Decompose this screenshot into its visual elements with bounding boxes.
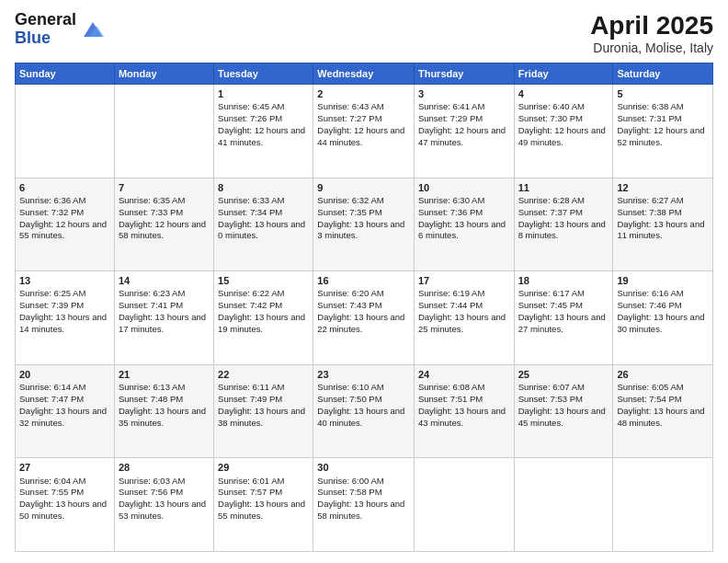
day-number: 23 — [317, 368, 410, 381]
calendar-subtitle: Duronia, Molise, Italy — [590, 40, 713, 55]
day-info: Sunrise: 6:36 AMSunset: 7:32 PMDaylight:… — [19, 195, 110, 242]
day-info: Sunrise: 6:07 AMSunset: 7:53 PMDaylight:… — [518, 382, 609, 429]
calendar-cell-3-3: 15Sunrise: 6:22 AMSunset: 7:42 PMDayligh… — [214, 271, 313, 365]
day-info: Sunrise: 6:25 AMSunset: 7:39 PMDaylight:… — [19, 288, 110, 335]
day-info: Sunrise: 6:33 AMSunset: 7:34 PMDaylight:… — [218, 195, 309, 242]
day-info: Sunrise: 6:45 AMSunset: 7:26 PMDaylight:… — [218, 101, 309, 148]
calendar-cell-2-3: 8Sunrise: 6:33 AMSunset: 7:34 PMDaylight… — [214, 178, 313, 271]
calendar-cell-4-2: 21Sunrise: 6:13 AMSunset: 7:48 PMDayligh… — [114, 364, 213, 458]
calendar-cell-3-5: 17Sunrise: 6:19 AMSunset: 7:44 PMDayligh… — [414, 271, 514, 365]
day-number: 27 — [19, 461, 110, 474]
day-info: Sunrise: 6:11 AMSunset: 7:49 PMDaylight:… — [218, 382, 309, 429]
calendar-cell-1-1 — [16, 85, 115, 178]
day-number: 21 — [119, 368, 210, 381]
day-info: Sunrise: 6:13 AMSunset: 7:48 PMDaylight:… — [119, 382, 210, 429]
day-number: 10 — [418, 181, 510, 194]
logo-blue: Blue — [15, 29, 76, 48]
calendar-cell-1-3: 1Sunrise: 6:45 AMSunset: 7:26 PMDaylight… — [214, 85, 313, 178]
calendar-cell-1-7: 5Sunrise: 6:38 AMSunset: 7:31 PMDaylight… — [613, 85, 713, 178]
weekday-header-sunday: Sunday — [16, 63, 115, 85]
calendar-cell-1-6: 4Sunrise: 6:40 AMSunset: 7:30 PMDaylight… — [514, 85, 613, 178]
day-info: Sunrise: 6:22 AMSunset: 7:42 PMDaylight:… — [218, 288, 309, 335]
day-number: 29 — [218, 461, 309, 474]
day-number: 11 — [518, 181, 609, 194]
logo-text: General Blue — [15, 11, 76, 48]
day-info: Sunrise: 6:40 AMSunset: 7:30 PMDaylight:… — [518, 101, 609, 148]
calendar-cell-3-6: 18Sunrise: 6:17 AMSunset: 7:45 PMDayligh… — [514, 271, 613, 365]
day-number: 24 — [418, 368, 510, 381]
day-info: Sunrise: 6:14 AMSunset: 7:47 PMDaylight:… — [19, 382, 110, 429]
day-info: Sunrise: 6:43 AMSunset: 7:27 PMDaylight:… — [317, 101, 410, 148]
calendar-cell-4-1: 20Sunrise: 6:14 AMSunset: 7:47 PMDayligh… — [16, 364, 115, 458]
calendar-cell-5-7 — [613, 458, 713, 552]
calendar-cell-2-2: 7Sunrise: 6:35 AMSunset: 7:33 PMDaylight… — [114, 178, 213, 271]
day-number: 15 — [218, 274, 309, 287]
weekday-header-tuesday: Tuesday — [214, 63, 313, 85]
day-number: 30 — [317, 461, 410, 474]
calendar-cell-2-4: 9Sunrise: 6:32 AMSunset: 7:35 PMDaylight… — [313, 178, 415, 271]
day-info: Sunrise: 6:00 AMSunset: 7:58 PMDaylight:… — [317, 476, 410, 523]
day-number: 18 — [518, 274, 609, 287]
calendar-cell-2-6: 11Sunrise: 6:28 AMSunset: 7:37 PMDayligh… — [514, 178, 613, 271]
weekday-header-wednesday: Wednesday — [313, 63, 415, 85]
day-number: 19 — [617, 274, 709, 287]
title-block: April 2025 Duronia, Molise, Italy — [590, 11, 713, 55]
week-row-5: 27Sunrise: 6:04 AMSunset: 7:55 PMDayligh… — [16, 458, 713, 552]
weekday-header-thursday: Thursday — [414, 63, 514, 85]
day-number: 22 — [218, 368, 309, 381]
calendar-cell-4-4: 23Sunrise: 6:10 AMSunset: 7:50 PMDayligh… — [313, 364, 415, 458]
logo: General Blue — [15, 11, 106, 48]
logo-general: General — [15, 11, 76, 29]
week-row-1: 1Sunrise: 6:45 AMSunset: 7:26 PMDaylight… — [16, 85, 713, 178]
day-info: Sunrise: 6:05 AMSunset: 7:54 PMDaylight:… — [617, 382, 709, 429]
day-info: Sunrise: 6:38 AMSunset: 7:31 PMDaylight:… — [617, 101, 709, 148]
calendar-cell-4-6: 25Sunrise: 6:07 AMSunset: 7:53 PMDayligh… — [514, 364, 613, 458]
calendar-cell-5-5 — [414, 458, 514, 552]
day-info: Sunrise: 6:28 AMSunset: 7:37 PMDaylight:… — [518, 195, 609, 242]
day-info: Sunrise: 6:10 AMSunset: 7:50 PMDaylight:… — [317, 382, 410, 429]
calendar-cell-3-1: 13Sunrise: 6:25 AMSunset: 7:39 PMDayligh… — [16, 271, 115, 365]
calendar-cell-1-2 — [114, 85, 213, 178]
calendar-cell-4-5: 24Sunrise: 6:08 AMSunset: 7:51 PMDayligh… — [414, 364, 514, 458]
day-number: 20 — [19, 368, 110, 381]
day-number: 25 — [518, 368, 609, 381]
day-info: Sunrise: 6:27 AMSunset: 7:38 PMDaylight:… — [617, 195, 709, 242]
day-number: 26 — [617, 368, 709, 381]
day-info: Sunrise: 6:08 AMSunset: 7:51 PMDaylight:… — [418, 382, 510, 429]
calendar-cell-4-3: 22Sunrise: 6:11 AMSunset: 7:49 PMDayligh… — [214, 364, 313, 458]
calendar-cell-3-4: 16Sunrise: 6:20 AMSunset: 7:43 PMDayligh… — [313, 271, 415, 365]
logo-icon — [80, 17, 106, 42]
week-row-4: 20Sunrise: 6:14 AMSunset: 7:47 PMDayligh… — [16, 364, 713, 458]
calendar-table: SundayMondayTuesdayWednesdayThursdayFrid… — [15, 63, 713, 552]
calendar-cell-5-2: 28Sunrise: 6:03 AMSunset: 7:56 PMDayligh… — [114, 458, 213, 552]
day-number: 1 — [218, 87, 309, 100]
calendar-cell-1-4: 2Sunrise: 6:43 AMSunset: 7:27 PMDaylight… — [313, 85, 415, 178]
weekday-header-monday: Monday — [114, 63, 213, 85]
calendar-cell-5-6 — [514, 458, 613, 552]
calendar-cell-3-7: 19Sunrise: 6:16 AMSunset: 7:46 PMDayligh… — [613, 271, 713, 365]
calendar-cell-2-7: 12Sunrise: 6:27 AMSunset: 7:38 PMDayligh… — [613, 178, 713, 271]
day-number: 4 — [518, 87, 609, 100]
calendar-cell-3-2: 14Sunrise: 6:23 AMSunset: 7:41 PMDayligh… — [114, 271, 213, 365]
calendar-cell-2-5: 10Sunrise: 6:30 AMSunset: 7:36 PMDayligh… — [414, 178, 514, 271]
weekday-header-friday: Friday — [514, 63, 613, 85]
day-number: 13 — [19, 274, 110, 287]
calendar-cell-2-1: 6Sunrise: 6:36 AMSunset: 7:32 PMDaylight… — [16, 178, 115, 271]
day-number: 12 — [617, 181, 709, 194]
weekday-header-row: SundayMondayTuesdayWednesdayThursdayFrid… — [16, 63, 713, 85]
day-info: Sunrise: 6:19 AMSunset: 7:44 PMDaylight:… — [418, 288, 510, 335]
day-number: 3 — [418, 87, 510, 100]
day-info: Sunrise: 6:41 AMSunset: 7:29 PMDaylight:… — [418, 101, 510, 148]
day-info: Sunrise: 6:23 AMSunset: 7:41 PMDaylight:… — [119, 288, 210, 335]
calendar-cell-4-7: 26Sunrise: 6:05 AMSunset: 7:54 PMDayligh… — [613, 364, 713, 458]
day-number: 7 — [119, 181, 210, 194]
week-row-3: 13Sunrise: 6:25 AMSunset: 7:39 PMDayligh… — [16, 271, 713, 365]
day-number: 16 — [317, 274, 410, 287]
day-number: 9 — [317, 181, 410, 194]
weekday-header-saturday: Saturday — [613, 63, 713, 85]
calendar-title: April 2025 — [590, 11, 713, 40]
day-number: 6 — [19, 181, 110, 194]
calendar-cell-5-3: 29Sunrise: 6:01 AMSunset: 7:57 PMDayligh… — [214, 458, 313, 552]
day-info: Sunrise: 6:17 AMSunset: 7:45 PMDaylight:… — [518, 288, 609, 335]
day-number: 8 — [218, 181, 309, 194]
